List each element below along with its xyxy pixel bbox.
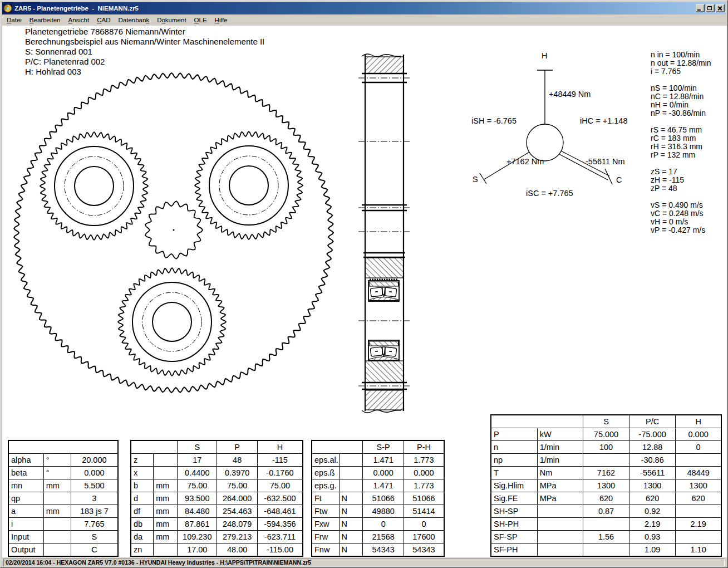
value-cell: 75.00	[217, 479, 257, 492]
value-cell: 48.00	[217, 543, 257, 557]
menu-item-dokument[interactable]: Dokument	[153, 16, 190, 25]
menu-item-cad[interactable]: CAD	[93, 16, 114, 25]
value-cell: -115.00	[257, 543, 303, 557]
maximize-button[interactable]	[706, 4, 715, 12]
row-label: SF-SP	[491, 531, 537, 543]
row-label: np	[491, 454, 537, 467]
value-cell: C	[71, 543, 118, 557]
info-line: vP = -0.427 m/s	[651, 226, 711, 234]
unit-cell: N	[339, 531, 363, 543]
schematic-torque-c: -55611 Nm	[586, 158, 625, 166]
info-line: nS = 100/min	[651, 84, 711, 92]
unit-cell	[154, 454, 178, 467]
app-window: ZAR5 - Planetengetriebe - NIEMANN.zr5 Da…	[0, 0, 728, 568]
row-label: a	[8, 505, 43, 518]
row-label: z	[131, 454, 154, 467]
unit-cell: N	[339, 492, 363, 505]
value-cell: 183 js 7	[71, 505, 118, 518]
unit-cell: MPa	[537, 492, 583, 505]
unit-cell: Nm	[537, 467, 583, 479]
menu-item-hilfe[interactable]: Hilfe	[211, 16, 232, 25]
row-label: i	[8, 518, 43, 531]
maximize-icon	[707, 6, 712, 10]
drawing-header-line: H: Hohlrad 003	[25, 67, 264, 77]
value-cell: 7162	[583, 467, 629, 479]
info-line: i = 7.765	[651, 67, 711, 76]
unit-cell: mm	[154, 492, 178, 505]
value-cell: 0.92	[629, 505, 676, 518]
value-cell: 248.079	[217, 518, 257, 531]
row-label: SF-PH	[491, 543, 537, 557]
row-label: Input	[8, 531, 43, 543]
row-label: Fnw	[312, 543, 339, 557]
drawing-header-text: Planetengetriebe 7868876 Niemann/WinterB…	[25, 27, 264, 77]
row-label: P	[491, 428, 537, 441]
value-cell: 20.000	[71, 454, 118, 467]
value-cell: -632.500	[257, 492, 303, 505]
value-cell: 1.09	[629, 543, 676, 557]
value-cell: 1300	[676, 479, 721, 492]
minimize-icon	[697, 9, 701, 11]
minimize-button[interactable]	[696, 4, 705, 12]
unit-cell	[154, 467, 178, 479]
drawing-header-line: Berechnungsbeispiel aus Niemann/Winter M…	[25, 37, 264, 47]
header-cell	[312, 440, 363, 454]
menu-item-datei[interactable]: Datei	[3, 16, 26, 25]
column-header: H	[676, 415, 721, 428]
menu-item-ansicht[interactable]: Ansicht	[65, 16, 94, 25]
close-button[interactable]	[716, 4, 725, 12]
unit-cell	[43, 492, 71, 505]
row-label: SH-SP	[491, 505, 537, 518]
unit-cell	[537, 543, 583, 557]
unit-cell	[339, 479, 363, 492]
value-cell: 1.773	[404, 454, 444, 467]
unit-cell	[43, 543, 71, 557]
value-cell: 100	[583, 441, 629, 454]
value-cell: 17	[178, 454, 217, 467]
row-label: eps.g.	[312, 479, 339, 492]
value-cell: 48449	[676, 467, 721, 479]
value-cell: 51066	[404, 492, 444, 505]
info-line: rH = 316.3 mm	[651, 143, 711, 151]
value-cell: 264.000	[217, 492, 257, 505]
value-cell: 0.3970	[217, 467, 257, 479]
schematic-torque-h: +48449 Nm	[549, 90, 591, 99]
unit-cell: mm	[154, 518, 178, 531]
info-group: vS = 0.490 m/svC = 0.248 m/svH = 0 m/svP…	[651, 201, 711, 234]
column-header: H	[257, 440, 303, 454]
menu-item-ole[interactable]: OLE	[190, 16, 211, 25]
menu-item-datenbank[interactable]: Datenbank	[115, 16, 154, 25]
row-label: Sig.FE	[491, 492, 537, 505]
column-header: S-P	[363, 440, 404, 454]
value-cell: 12.88	[629, 441, 676, 454]
drawing-header-line: S: Sonnenrad 001	[25, 47, 264, 57]
unit-cell: kW	[537, 428, 583, 441]
unit-cell: mm	[154, 479, 178, 492]
unit-cell: mm	[43, 479, 71, 492]
value-cell: 2.19	[676, 518, 721, 531]
unit-cell: mm	[154, 531, 178, 543]
schematic-node-c: C	[616, 176, 622, 184]
row-label: x	[131, 467, 154, 479]
value-cell: 21568	[363, 531, 404, 543]
row-label: T	[491, 467, 537, 479]
info-group: n in = 100/minn out = 12.88/mini = 7.765	[651, 51, 711, 76]
menu-item-bearbeiten[interactable]: Bearbeiten	[26, 16, 65, 25]
value-cell: -648.461	[257, 505, 303, 518]
info-line: vH = 0 m/s	[651, 218, 711, 226]
title-bar: ZAR5 - Planetengetriebe - NIEMANN.zr5	[2, 2, 726, 14]
row-label: alpha	[8, 454, 43, 467]
unit-cell	[339, 467, 363, 479]
unit-cell: mm	[43, 505, 71, 518]
value-cell: 75.000	[583, 428, 629, 441]
header-cell	[8, 440, 118, 454]
menu-bar: DateiBearbeitenAnsichtCADDatenbankDokume…	[2, 14, 726, 26]
value-cell: 0	[404, 518, 444, 531]
value-cell: 1.471	[363, 479, 404, 492]
value-cell: 7.765	[71, 518, 118, 531]
row-label: zn	[131, 543, 154, 557]
value-cell: 3	[71, 492, 118, 505]
info-line: zP = 48	[651, 184, 711, 193]
value-cell	[676, 505, 721, 518]
status-text: 02/20/2014 16:04 - HEXAGON ZAR5 V7.0 #01…	[3, 559, 725, 566]
